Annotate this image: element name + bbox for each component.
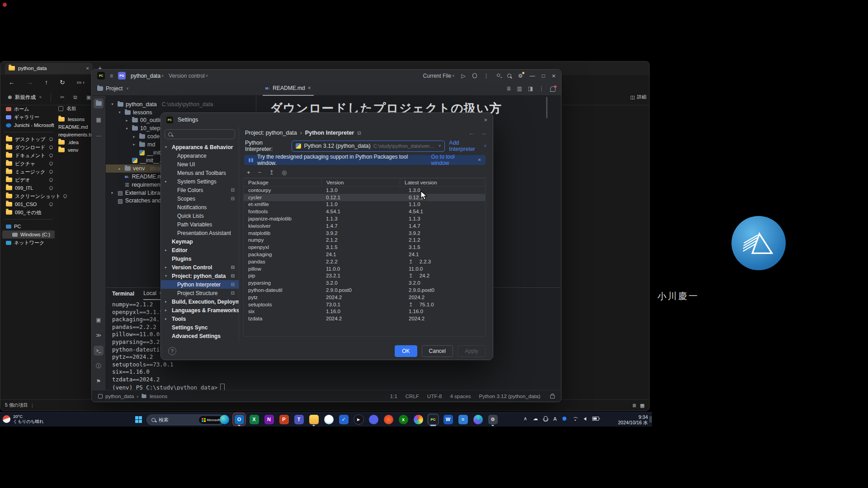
ok-button[interactable]: OK — [395, 345, 417, 357]
package-row[interactable]: japanize-matplotlib 1.1.3 1.1.3 — [244, 215, 485, 222]
search-everywhere-icon[interactable] — [507, 74, 511, 78]
select-all-checkbox[interactable] — [58, 106, 63, 111]
photos-icon[interactable] — [412, 413, 424, 425]
taskbar-search[interactable]: 検索 Microsoft — [146, 414, 225, 425]
notifications-bell-icon[interactable] — [550, 86, 556, 91]
bluetooth-tray-icon[interactable] — [562, 417, 566, 421]
settings-tree-item[interactable]: Quick Lists — [161, 211, 239, 220]
chevron-icon[interactable]: ▾ — [109, 102, 115, 106]
package-row[interactable]: pip 23.2.1 ↥24.2 — [244, 272, 485, 280]
terminal-tab-local[interactable]: Local × — [143, 288, 162, 300]
package-row[interactable]: kiwisolver 1.4.7 1.4.7 — [244, 222, 485, 230]
sidebar-item[interactable]: Junichi - Microsoft — [2, 121, 55, 129]
teams-icon[interactable]: T — [293, 413, 305, 425]
project-tool-button[interactable]: Project˅ — [97, 85, 129, 92]
xbox-icon[interactable]: x — [397, 413, 409, 425]
package-row[interactable]: openpyxl 3.1.5 3.1.5 — [244, 244, 485, 251]
details-pane-toggle[interactable]: ◫ 詳細 — [630, 94, 646, 100]
show-early-releases-icon[interactable]: ◎ — [282, 169, 287, 176]
settings-tree-item[interactable]: Appearance — [161, 151, 239, 160]
chevron-icon[interactable]: ▸ — [165, 179, 167, 183]
sidebar-item[interactable]: ピクチャ — [2, 160, 55, 168]
python-console-icon[interactable]: ≫ — [94, 330, 104, 340]
chevron-icon[interactable]: ▸ — [165, 300, 167, 304]
main-menu-icon[interactable]: ≡ — [110, 73, 113, 79]
onenote-icon[interactable]: N — [263, 413, 275, 425]
calculator-icon[interactable]: = — [457, 413, 469, 425]
chevron-icon[interactable]: ▾ — [165, 145, 167, 149]
package-row[interactable]: setuptools 73.0.1 ↥75.1.0 — [244, 301, 485, 308]
volume-icon[interactable] — [584, 417, 586, 421]
package-row[interactable]: contourpy 1.3.0 1.3.0 — [244, 187, 485, 194]
settings-tree-item[interactable]: ▾ Appearance & Behavior — [161, 143, 239, 151]
todo-icon[interactable]: ✓ — [338, 413, 349, 425]
package-row[interactable]: python-dateutil 2.9.0.post0 2.9.0.post0 — [244, 286, 485, 294]
dismiss-banner-icon[interactable]: × — [478, 157, 481, 163]
media-player-icon[interactable]: ▶ — [353, 413, 364, 425]
package-row[interactable]: pyparsing 3.2.0 3.2.0 — [244, 279, 485, 286]
settings-tree-item[interactable]: Notifications — [161, 203, 239, 211]
package-row[interactable]: pytz 2024.2 2024.2 — [244, 294, 485, 301]
up-icon[interactable]: ↑ — [45, 79, 48, 86]
package-row[interactable]: fonttools 4.54.1 4.54.1 — [244, 208, 485, 215]
settings-tree-item[interactable]: Settings Sync — [161, 323, 239, 332]
close-tab-icon[interactable]: × — [308, 85, 311, 91]
project-widget[interactable]: python_data˅ — [131, 73, 164, 79]
more-actions-icon[interactable]: ⋮ — [484, 73, 489, 79]
interpreter-select[interactable]: Python 3.12 (python_data) C:\study\pytho… — [292, 141, 445, 152]
sidebar-item[interactable]: ミュージック — [2, 168, 55, 176]
settings-search-input[interactable] — [165, 129, 235, 139]
run-config-selector[interactable]: Current File˅ — [423, 73, 455, 79]
chevron-icon[interactable]: ▸ — [117, 167, 123, 171]
onedrive-tray-icon[interactable]: ☁ — [533, 416, 538, 422]
package-row[interactable]: tzdata 2024.2 2024.2 — [244, 315, 485, 322]
taskbar-clock[interactable]: 9:342024/10/16 水 — [608, 414, 648, 425]
terminal-tool-label[interactable]: Terminal — [112, 291, 134, 297]
maximize-icon[interactable]: □ — [542, 73, 545, 79]
back-icon[interactable]: ← — [9, 79, 15, 86]
settings-tree-item[interactable]: ▸ Editor — [161, 246, 239, 254]
layout-icon[interactable]: ◨ — [528, 85, 533, 92]
chevron-icon[interactable]: ▸ — [165, 248, 167, 252]
status-widget[interactable]: CRLF — [406, 394, 419, 399]
close-tab-icon[interactable]: × — [86, 66, 89, 71]
cancel-button[interactable]: Cancel — [422, 345, 453, 357]
write-lock-icon[interactable] — [550, 395, 555, 399]
status-breadcrumb-folder[interactable]: lessons — [150, 394, 167, 399]
add-interpreter-link[interactable]: Add Interpreter˅ — [449, 140, 486, 152]
more-icon[interactable]: ⋮ — [539, 85, 544, 92]
sidebar-item[interactable]: ダウンロード — [2, 143, 55, 151]
taskbar-weather-widget[interactable]: 20°Cくもりのち晴れ — [3, 414, 44, 424]
forward-icon[interactable]: → — [27, 79, 33, 86]
settings-tree-item[interactable]: New UI — [161, 160, 239, 169]
word-icon[interactable]: W — [442, 413, 454, 425]
settings-tree-item[interactable]: Path Variables — [161, 220, 239, 229]
package-row[interactable]: matplotlib 3.9.2 3.9.2 — [244, 230, 485, 237]
split-view-icon[interactable]: ▥ — [517, 85, 522, 92]
install-package-icon[interactable]: + — [247, 169, 250, 176]
package-row[interactable]: numpy 2.1.2 2.1.2 — [244, 237, 485, 244]
project-stripe-icon[interactable] — [94, 99, 104, 108]
settings-tree-item[interactable]: Menus and Toolbars — [161, 169, 239, 177]
copy-icon[interactable]: ⧉ — [74, 94, 77, 100]
wifi-icon[interactable] — [572, 417, 578, 421]
sidebar-item[interactable]: スクリーンショット — [2, 192, 55, 200]
close-icon[interactable]: × — [552, 72, 556, 80]
list-view-icon[interactable]: ≣ — [632, 403, 636, 408]
run-icon[interactable]: ▷ — [462, 73, 466, 79]
status-breadcrumb-project[interactable]: python_data — [105, 394, 134, 399]
settings-tree-item[interactable]: ▸ Tools — [161, 314, 239, 323]
more-tools-icon[interactable]: ⋯ — [94, 131, 104, 141]
debug-icon[interactable] — [472, 73, 477, 78]
terminal-stripe-icon[interactable]: >_ — [94, 346, 104, 356]
new-item-button[interactable]: ⊕ 新規作成 ˅ — [8, 94, 42, 101]
sidebar-item[interactable]: 001_CSO — [2, 200, 55, 208]
chevron-icon[interactable]: ▸ — [131, 135, 137, 139]
services-icon[interactable]: ⚑ — [94, 376, 104, 386]
explorer-tab[interactable]: python_data × — [5, 63, 93, 74]
chevron-icon[interactable]: ▸ — [165, 308, 167, 312]
python-packages-icon[interactable]: ▣ — [94, 315, 104, 325]
powerpoint-icon[interactable]: P — [278, 413, 290, 425]
package-row[interactable]: pandas 2.2.2 ↥2.2.3 — [244, 258, 485, 265]
excel-icon[interactable]: X — [248, 413, 260, 425]
